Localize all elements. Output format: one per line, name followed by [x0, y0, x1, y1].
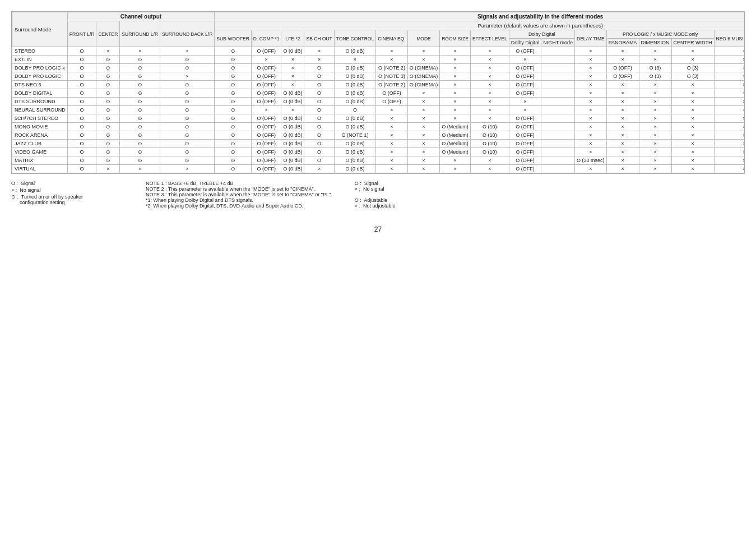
- cell-d_comp: O (OFF): [251, 72, 281, 81]
- cell-mode: ×: [407, 56, 440, 64]
- cell-center_width: ×: [671, 123, 714, 131]
- panorama-header: PANORAMA: [606, 39, 639, 47]
- cell-mode: O (CINEMA): [407, 81, 440, 89]
- cell-night_mode: [541, 56, 575, 64]
- cell-tone_control: O (NOTE 1): [334, 131, 375, 140]
- cell-sub_woofer: ⊙: [215, 140, 252, 148]
- cell-lfe: ×: [281, 81, 304, 89]
- cell-lfe: O (0 dB): [281, 98, 304, 106]
- table-row: EXT. INO⊙⊙⊙⊙××××××××××××××××O: [12, 56, 745, 64]
- cell-neo6_music: ×: [714, 114, 745, 123]
- cell-dimension: ×: [639, 98, 671, 106]
- surround-mode-header: Surround Mode: [12, 12, 68, 47]
- cell-sub_woofer: ⊙: [215, 64, 252, 72]
- cell-center_width: ×: [671, 156, 714, 165]
- cell-center_width: ×: [671, 140, 714, 148]
- night-mode-header: NIGHT mode: [541, 39, 575, 47]
- cell-surround_back: ⊙: [160, 148, 215, 156]
- cell-surround: ⊙: [120, 56, 160, 64]
- cell-center_width: ×: [671, 47, 714, 56]
- cell-cinema_eq: ×: [376, 123, 408, 131]
- cell-lfe: O (0 dB): [281, 131, 304, 140]
- cell-dimension: O (3): [639, 72, 671, 81]
- dolby-group-header: Dolby Digital: [509, 30, 574, 39]
- cell-sb_ch_out: O: [304, 123, 334, 131]
- cell-mode: ×: [407, 123, 440, 131]
- cell-name: DOLBY PRO LOGIC x: [12, 64, 68, 72]
- cell-center: ⊙: [96, 98, 120, 106]
- cell-surround: ⊙: [120, 98, 160, 106]
- cell-delay_time: ×: [575, 56, 607, 64]
- cell-effect_level: ×: [470, 56, 509, 64]
- cell-tone_control: O (0 dB): [334, 165, 375, 173]
- cell-sub_woofer: ⊙: [215, 98, 252, 106]
- cell-center: ⊙: [96, 123, 120, 131]
- cell-tone_control: O (0 dB): [334, 140, 375, 148]
- cell-dolby_digital: ×: [509, 106, 541, 114]
- cell-surround: ⊙: [120, 131, 160, 140]
- cell-dolby_digital: O (OFF): [509, 47, 541, 56]
- cell-mode: ×: [407, 47, 440, 56]
- cell-night_mode: [541, 156, 575, 165]
- cell-lfe: O (0 dB): [281, 89, 304, 98]
- cell-center: ⊙: [96, 131, 120, 140]
- legend-right-no-signal: × : No signal: [355, 186, 456, 192]
- cell-sb_ch_out: ×: [304, 165, 334, 173]
- channel-output-header: Channel output: [67, 12, 215, 21]
- legend-adjustable: O : Adjustable: [355, 197, 456, 203]
- cell-room_size: ×: [440, 165, 471, 173]
- cell-dimension: ×: [639, 56, 671, 64]
- cell-center_width: ×: [671, 165, 714, 173]
- cell-center_width: ×: [671, 81, 714, 89]
- cell-night_mode: [541, 47, 575, 56]
- cell-dimension: ×: [639, 47, 671, 56]
- cell-delay_time: ×: [575, 72, 607, 81]
- param-header: Parameter (default values are shown in p…: [215, 21, 745, 30]
- cell-tone_control: O (0 dB): [334, 72, 375, 81]
- cell-night_mode: [541, 98, 575, 106]
- table-row: MATRIXO⊙⊙⊙⊙O (OFF)O (0 dB)OO (0 dB)××××O…: [12, 156, 745, 165]
- cell-front: O: [67, 56, 96, 64]
- cell-dimension: ×: [639, 114, 671, 123]
- cell-center_width: O (3): [671, 64, 714, 72]
- cell-night_mode: [541, 148, 575, 156]
- cell-center_width: ×: [671, 148, 714, 156]
- cell-room_size: ×: [440, 64, 471, 72]
- cell-cinema_eq: O (NOTE 3): [376, 72, 408, 81]
- cell-sb_ch_out: ×: [304, 56, 334, 64]
- cell-neo6_music: ×: [714, 140, 745, 148]
- cell-neo6_music: ×: [714, 131, 745, 140]
- cell-cinema_eq: ×: [376, 47, 408, 56]
- cell-tone_control: O (0 dB): [334, 64, 375, 72]
- neo6-music-header: NEO:6 MUSIC MODE only: [714, 30, 745, 47]
- cell-panorama: ×: [606, 156, 639, 165]
- note-2: NOTE 2 : This parameter is available whe…: [146, 186, 332, 192]
- cell-neo6_music: ×: [714, 89, 745, 98]
- cell-mode: ×: [407, 114, 440, 123]
- cell-center: ⊙: [96, 64, 120, 72]
- cell-delay_time: ×: [575, 148, 607, 156]
- cell-mode: ×: [407, 148, 440, 156]
- cell-center_width: ×: [671, 106, 714, 114]
- cinema-eq-header: CINEMA EQ.: [376, 30, 408, 47]
- cell-dolby_digital: O (OFF): [509, 140, 541, 148]
- dimension-header: DIMENSION: [639, 39, 671, 47]
- cell-sub_woofer: ⊙: [215, 47, 252, 56]
- cell-neo6_music: ×: [714, 148, 745, 156]
- cell-sub_woofer: ⊙: [215, 89, 252, 98]
- cell-room_size: ×: [440, 114, 471, 123]
- cell-room_size: ×: [440, 47, 471, 56]
- cell-effect_level: ×: [470, 114, 509, 123]
- cell-front: O: [67, 114, 96, 123]
- cell-mode: ×: [407, 140, 440, 148]
- cell-name: MATRIX: [12, 156, 68, 165]
- cell-dolby_digital: ×: [509, 98, 541, 106]
- cell-room_size: ×: [440, 89, 471, 98]
- cell-mode: ×: [407, 89, 440, 98]
- cell-lfe: ×: [281, 106, 304, 114]
- table-row: 5CH/7CH STEREOO⊙⊙⊙⊙O (OFF)O (0 dB)OO (0 …: [12, 114, 745, 123]
- cell-d_comp: O (OFF): [251, 89, 281, 98]
- cell-neo6_music: ×: [714, 98, 745, 106]
- cell-name: NEURAL SURROUND: [12, 106, 68, 114]
- cell-tone_control: O (0 dB): [334, 81, 375, 89]
